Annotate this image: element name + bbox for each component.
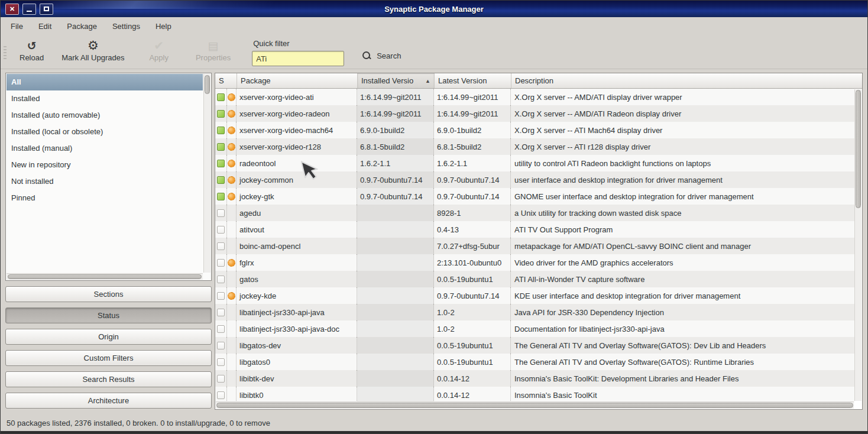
installed-version-cell: 0.9.7-0ubuntu7.14 <box>357 188 434 205</box>
menu-file[interactable]: File <box>3 18 31 34</box>
description-cell: Java API for JSR-330 Dependency Injectio… <box>511 304 854 320</box>
search-results-button[interactable]: Search Results <box>5 371 212 387</box>
status-checkbox[interactable] <box>217 292 225 300</box>
package-name-cell: radeontool <box>237 155 357 171</box>
quick-filter-input[interactable] <box>252 51 344 66</box>
minimize-icon[interactable] <box>22 4 36 15</box>
supported-icon <box>228 110 235 118</box>
status-checkbox[interactable] <box>217 176 225 184</box>
table-row[interactable]: xserver-xorg-video-ati 1:6.14.99~git2011… <box>215 89 854 105</box>
column-header-description[interactable]: Description <box>511 73 862 88</box>
table-row[interactable]: jockey-gtk 0.9.7-0ubuntu7.14 0.9.7-0ubun… <box>215 188 854 205</box>
filter-item-installed-local-obsolete[interactable]: Installed (local or obsolete) <box>7 124 203 140</box>
mark-all-upgrades-button[interactable]: ⚙ Mark All Upgrades <box>57 37 129 64</box>
column-header-status[interactable]: S <box>215 73 237 88</box>
latest-version-cell: 1.0-2 <box>434 320 511 337</box>
installed-version-cell <box>357 205 434 221</box>
table-row[interactable]: libgatos0 0.0.5-19ubuntu1 The General AT… <box>215 354 854 370</box>
table-row[interactable]: radeontool 1.6.2-1.1 1.6.2-1.1 utility t… <box>215 155 854 171</box>
close-icon[interactable]: ✕ <box>5 4 19 15</box>
status-checkbox[interactable] <box>217 110 225 118</box>
table-row[interactable]: xserver-xorg-video-r128 6.8.1-5build2 6.… <box>215 138 854 155</box>
package-name-cell: gatos <box>237 271 357 287</box>
column-header-package[interactable]: Package <box>237 73 358 88</box>
table-row[interactable]: jockey-kde 0.9.7-0ubuntu7.14 KDE user in… <box>215 287 854 304</box>
latest-version-cell: 7.0.27+dfsg-5ubur <box>434 238 511 254</box>
table-row[interactable]: libatinject-jsr330-api-java-doc 1.0-2 Do… <box>215 320 854 337</box>
status-checkbox[interactable] <box>217 143 225 151</box>
maximize-icon[interactable] <box>40 4 53 15</box>
toolbar: ↺ Reload ⚙ Mark All Upgrades ✔ Apply ▤ P… <box>1 35 867 69</box>
table-row[interactable]: libgatos-dev 0.0.5-19ubuntu1 The General… <box>215 337 854 354</box>
table-row[interactable]: boinc-amd-opencl 7.0.27+dfsg-5ubur metap… <box>215 238 854 254</box>
status-checkbox[interactable] <box>217 391 225 399</box>
sections-button[interactable]: Sections <box>5 286 212 302</box>
installed-version-cell <box>357 337 434 354</box>
filter-item-new-in-repository[interactable]: New in repository <box>7 157 203 173</box>
filter-item-installed-manual[interactable]: Installed (manual) <box>7 140 203 157</box>
table-row[interactable]: fglrx 2:13.101-0ubuntu0 Video driver for… <box>215 254 854 271</box>
latest-version-cell: 1:6.14.99~git2011 <box>434 89 511 105</box>
installed-version-cell <box>357 370 434 387</box>
status-checkbox[interactable] <box>217 276 225 283</box>
status-checkbox[interactable] <box>217 193 225 200</box>
sort-ascending-icon: ▲ <box>423 78 430 84</box>
filter-item-installed[interactable]: Installed <box>7 90 203 107</box>
latest-version-cell: 0.9.7-0ubuntu7.14 <box>434 171 511 188</box>
menu-package[interactable]: Package <box>59 18 105 34</box>
status-checkbox[interactable] <box>217 358 225 366</box>
package-name-cell: boinc-amd-opencl <box>237 238 357 254</box>
status-checkbox[interactable] <box>217 259 225 267</box>
table-row[interactable]: jockey-common 0.9.7-0ubuntu7.14 0.9.7-0u… <box>215 171 854 188</box>
status-checkbox[interactable] <box>217 127 225 134</box>
filter-item-pinned[interactable]: Pinned <box>7 190 203 206</box>
filter-item-all[interactable]: All <box>7 74 203 90</box>
table-row[interactable]: xserver-xorg-video-radeon 1:6.14.99~git2… <box>215 105 854 122</box>
latest-version-cell: 0.0.14-12 <box>434 370 511 387</box>
table-row[interactable]: xserver-xorg-video-mach64 6.9.0-1build2 … <box>215 122 854 138</box>
table-row[interactable]: libatinject-jsr330-api-java 1.0-2 Java A… <box>215 304 854 320</box>
quick-filter-label: Quick filter <box>252 37 344 51</box>
menu-edit[interactable]: Edit <box>31 18 59 34</box>
supported-icon <box>228 259 235 267</box>
column-header-installed-version[interactable]: Installed Versio ▲ <box>358 73 435 88</box>
status-checkbox[interactable] <box>217 325 225 333</box>
package-rows: xserver-xorg-video-ati 1:6.14.99~git2011… <box>215 89 854 409</box>
table-row[interactable]: agedu 8928-1 a Unix utility for tracking… <box>215 205 854 221</box>
status-checkbox[interactable] <box>217 93 225 101</box>
column-header-latest-version[interactable]: Latest Version <box>435 73 511 88</box>
menu-help[interactable]: Help <box>148 18 179 34</box>
apply-button: ✔ Apply <box>144 37 173 64</box>
status-checkbox[interactable] <box>217 160 225 167</box>
latest-version-cell: 0.0.5-19ubuntu1 <box>434 354 511 370</box>
menu-settings[interactable]: Settings <box>105 18 148 34</box>
origin-button[interactable]: Origin <box>5 329 212 345</box>
filter-list: All Installed Installed (auto removable)… <box>5 73 212 281</box>
filter-item-installed-auto-removable[interactable]: Installed (auto removable) <box>7 107 203 124</box>
filter-list-vertical-scrollbar[interactable] <box>203 74 210 273</box>
status-checkbox[interactable] <box>217 226 225 234</box>
status-checkbox[interactable] <box>217 309 225 316</box>
architecture-button[interactable]: Architecture <box>5 393 212 409</box>
table-row[interactable]: gatos 0.0.5-19ubuntu1 ATI All-in-Wonder … <box>215 271 854 287</box>
status-checkbox[interactable] <box>217 342 225 349</box>
status-checkbox[interactable] <box>217 375 225 383</box>
installed-version-cell <box>357 387 434 403</box>
table-horizontal-scrollbar[interactable] <box>216 401 854 409</box>
toolbar-grip[interactable] <box>4 46 7 59</box>
package-name-cell: xserver-xorg-video-radeon <box>237 105 357 122</box>
status-checkbox[interactable] <box>217 242 225 250</box>
status-button[interactable]: Status <box>5 307 212 323</box>
filter-list-horizontal-scrollbar[interactable] <box>7 273 203 280</box>
reload-button[interactable]: ↺ Reload <box>15 37 48 64</box>
table-row[interactable]: libibtk0 0.0.14-12 Insomnia's Basic Tool… <box>215 387 854 403</box>
window-title: Synaptic Package Manager <box>1 5 867 14</box>
table-row[interactable]: atitvout 0.4-13 ATI TV Out Support Progr… <box>215 221 854 238</box>
custom-filters-button[interactable]: Custom Filters <box>5 350 212 366</box>
search-button[interactable]: Search <box>362 51 401 60</box>
status-checkbox[interactable] <box>217 209 225 217</box>
table-vertical-scrollbar[interactable] <box>854 89 861 401</box>
table-row[interactable]: libibtk-dev 0.0.14-12 Insomnia's Basic T… <box>215 370 854 387</box>
filter-item-not-installed[interactable]: Not installed <box>7 173 203 190</box>
latest-version-cell: 0.4-13 <box>434 221 511 238</box>
